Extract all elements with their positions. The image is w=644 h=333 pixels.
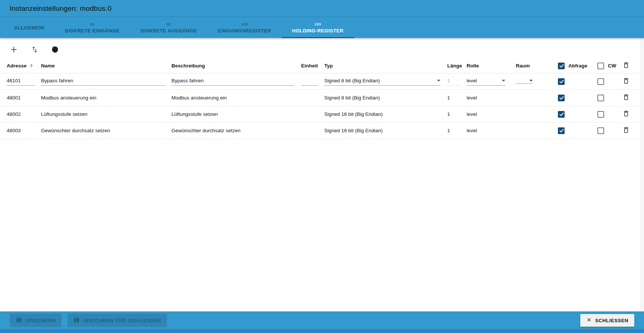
laenge-cell: 1 — [447, 95, 467, 101]
column-header-name[interactable]: Name — [41, 63, 171, 69]
tab-eingangsregister[interactable]: 123 EINGANGSREGISTER — [208, 17, 282, 38]
laenge-value: 1 — [447, 128, 450, 133]
dropdown-arrow-icon — [437, 80, 441, 82]
rolle-value: level — [467, 128, 477, 133]
registers-table: Adresse Name Beschreibung Einheit Typ Lä… — [0, 58, 644, 139]
abfrage-checkbox[interactable] — [558, 78, 565, 85]
raum-select[interactable] — [516, 79, 533, 84]
beschreibung-input[interactable] — [171, 77, 294, 86]
paste-button[interactable] — [49, 44, 60, 56]
laenge-value: 1 — [447, 111, 450, 117]
delete-icon — [622, 93, 630, 102]
column-header-einheit[interactable]: Einheit — [301, 63, 324, 69]
name-cell: Lüftungsstufe setzen — [41, 111, 171, 117]
abfrage-checkbox[interactable] — [558, 111, 565, 118]
column-header-laenge[interactable]: Länge — [447, 63, 467, 69]
column-header-abfrage: Abfrage — [558, 63, 597, 69]
delete-icon — [622, 126, 630, 135]
close-button[interactable]: SCHLIESSEN — [580, 314, 634, 327]
column-label: Einheit — [301, 63, 318, 69]
delete-row-button[interactable] — [622, 93, 630, 102]
delete-row-button[interactable] — [622, 77, 630, 86]
beschreibung-value: Lüftungsstufe setzen — [171, 111, 218, 117]
save-and-close-button[interactable]: SPEICHERN UND SCHLIESSEN — [67, 314, 167, 327]
rolle-select-value: level — [467, 78, 477, 83]
beschreibung-cell: Gewünschter durchsatz setzen — [171, 128, 301, 133]
tab-count-badge: 123 — [241, 22, 247, 26]
import-export-button[interactable] — [29, 44, 40, 56]
typ-select-value: Signed 8 bit (Big Endian) — [324, 78, 380, 83]
save-button-label: SPEICHERN — [25, 318, 56, 323]
tab-label: ALLGEMEIN — [14, 25, 44, 31]
scrollbar[interactable] — [640, 38, 644, 311]
rolle-cell: level — [467, 111, 516, 117]
table-toolbar — [0, 38, 644, 58]
delete-row-button[interactable] — [622, 110, 630, 118]
rolle-cell: level — [467, 95, 516, 101]
adresse-cell: 48002 — [7, 111, 41, 117]
dialog-footer: SPEICHERN SPEICHERN UND SCHLIESSEN SCHLI… — [0, 311, 644, 333]
laenge-value: 1 — [447, 95, 450, 101]
register-row[interactable]: 48001 Modbus ansteuerung ein Modbus anst… — [0, 90, 644, 106]
tab-allgemein[interactable]: ALLGEMEIN — [4, 17, 55, 38]
laenge-input — [447, 77, 460, 86]
dialog-titlebar: Instanzeinstellungen: modbus.0 — [0, 0, 644, 17]
delete-all-button[interactable] — [622, 61, 630, 70]
dropdown-arrow-icon — [502, 80, 505, 82]
beschreibung-value: Gewünschter durchsatz setzen — [171, 128, 240, 133]
register-row[interactable]: 48003 Gewünschter durchsatz setzen Gewün… — [0, 123, 644, 139]
cw-select-all-checkbox[interactable] — [597, 63, 604, 69]
rolle-value: level — [467, 111, 477, 117]
import-export-icon — [31, 45, 39, 55]
rolle-value: level — [467, 95, 477, 101]
cw-checkbox[interactable] — [597, 127, 604, 134]
column-header-raum[interactable]: Raum — [516, 63, 558, 69]
table-header-row: Adresse Name Beschreibung Einheit Typ Lä… — [0, 58, 644, 73]
tab-holding-register[interactable]: 123 HOLDING-REGISTER — [282, 17, 354, 38]
typ-cell: Signed 8 bit (Big Endian) — [324, 77, 447, 86]
add-register-button[interactable] — [7, 43, 20, 57]
name-input[interactable] — [41, 77, 165, 86]
save-button[interactable]: SPEICHERN — [10, 314, 61, 327]
adresse-cell: 48001 — [7, 95, 41, 101]
abfrage-checkbox[interactable] — [558, 127, 565, 134]
column-header-adresse[interactable]: Adresse — [7, 63, 41, 69]
rolle-cell: level — [467, 128, 516, 133]
tab-diskrete-ausgaenge[interactable]: 01 DISKRETE AUSGÄNGE — [130, 17, 208, 38]
save-icon — [16, 317, 22, 324]
column-label: Länge — [447, 63, 462, 69]
cw-cell — [597, 95, 622, 101]
cw-cell — [597, 78, 622, 85]
delete-row-button[interactable] — [622, 126, 630, 135]
dialog-title: Instanzeinstellungen: modbus.0 — [10, 4, 111, 13]
cw-checkbox[interactable] — [597, 111, 604, 118]
column-header-beschreibung[interactable]: Beschreibung — [171, 63, 301, 69]
register-row[interactable]: Signed 8 bit (Big Endian) level — [0, 73, 644, 90]
abfrage-checkbox[interactable] — [558, 95, 565, 101]
cw-checkbox[interactable] — [597, 95, 604, 101]
column-header-rolle[interactable]: Rolle — [467, 63, 516, 69]
name-cell — [41, 77, 171, 86]
adresse-cell: 48003 — [7, 128, 41, 133]
adresse-cell — [7, 77, 41, 86]
typ-select[interactable]: Signed 8 bit (Big Endian) — [324, 77, 441, 86]
beschreibung-cell — [171, 77, 301, 86]
rolle-select[interactable]: level — [467, 77, 505, 86]
close-icon — [586, 317, 592, 324]
einheit-input[interactable] — [301, 77, 318, 86]
column-header-typ[interactable]: Typ — [324, 63, 447, 69]
adresse-input[interactable] — [7, 77, 35, 86]
register-row[interactable]: 48002 Lüftungsstufe setzen Lüftungsstufe… — [0, 106, 644, 123]
cw-checkbox[interactable] — [597, 78, 604, 85]
tab-diskrete-eingaenge[interactable]: 01 DISKRETE EINGÄNGE — [55, 17, 130, 38]
delete-icon — [622, 77, 630, 86]
cw-cell — [597, 127, 622, 134]
footer-bar: SPEICHERN SPEICHERN UND SCHLIESSEN SCHLI… — [0, 311, 644, 329]
column-label: Typ — [324, 63, 333, 69]
delete-cell — [622, 93, 637, 102]
abfrage-select-all-checkbox[interactable] — [558, 63, 565, 69]
paste-icon — [51, 45, 59, 55]
tab-count-badge: 123 — [315, 22, 321, 26]
adresse-value: 48001 — [7, 95, 21, 101]
name-cell: Gewünschter durchsatz setzen — [41, 128, 171, 133]
